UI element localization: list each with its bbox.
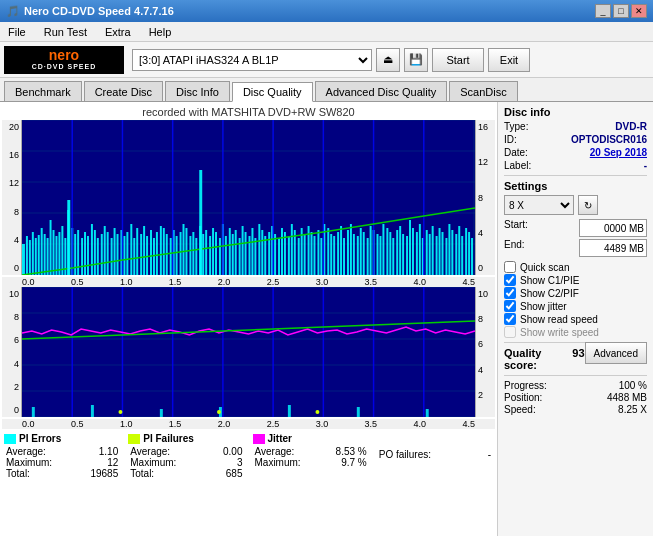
svg-rect-107 (320, 238, 322, 275)
show-jitter-checkbox[interactable] (504, 300, 516, 312)
top-chart-wrapper: 20 16 12 8 4 0 (2, 120, 495, 275)
menu-file[interactable]: File (4, 24, 30, 40)
pi-failures-max-value: 3 (237, 457, 243, 468)
svg-rect-34 (81, 238, 83, 275)
svg-rect-95 (281, 228, 283, 275)
svg-rect-144 (442, 232, 444, 275)
svg-rect-124 (377, 234, 379, 275)
svg-rect-37 (91, 224, 93, 275)
svg-rect-43 (111, 238, 113, 275)
save-button[interactable]: 💾 (404, 48, 428, 72)
quick-scan-checkbox[interactable] (504, 261, 516, 273)
svg-rect-149 (458, 226, 460, 275)
pi-errors-label: PI Errors (19, 433, 61, 444)
svg-rect-121 (367, 238, 369, 275)
app-title: Nero CD-DVD Speed 4.7.7.16 (24, 5, 174, 17)
start-mb-input[interactable] (579, 219, 647, 237)
svg-rect-150 (461, 236, 463, 275)
pi-errors-avg-value: 1.10 (99, 446, 118, 457)
tab-create-disc[interactable]: Create Disc (84, 81, 163, 101)
svg-rect-84 (245, 232, 247, 275)
svg-rect-93 (274, 234, 276, 275)
pi-errors-color (4, 434, 16, 444)
svg-rect-183 (357, 407, 360, 417)
exit-button[interactable]: Exit (488, 48, 530, 72)
title-bar: 🎵 Nero CD-DVD Speed 4.7.7.16 _ □ ✕ (0, 0, 653, 22)
show-c2-pif-checkbox[interactable] (504, 287, 516, 299)
svg-rect-137 (419, 224, 421, 275)
svg-rect-128 (389, 232, 391, 275)
pi-failures-total-row: Total: 685 (128, 468, 244, 479)
svg-rect-67 (189, 236, 191, 275)
svg-rect-19 (35, 238, 37, 275)
bottom-y-axis-right: 10 8 6 4 2 (475, 287, 495, 417)
svg-rect-129 (392, 238, 394, 275)
jitter-label: Jitter (268, 433, 292, 444)
minimize-button[interactable]: _ (595, 4, 611, 18)
tab-advanced-disc-quality[interactable]: Advanced Disc Quality (315, 81, 448, 101)
tab-disc-quality[interactable]: Disc Quality (232, 82, 313, 102)
quality-score-label: Quality score: (504, 347, 572, 371)
pi-errors-max-row: Maximum: 12 (4, 457, 120, 468)
position-row: Position: 4488 MB (504, 392, 647, 403)
svg-rect-21 (41, 228, 43, 275)
svg-rect-104 (311, 232, 313, 275)
svg-rect-45 (117, 234, 119, 275)
stats-row: PI Errors Average: 1.10 Maximum: 12 Tota… (2, 429, 495, 481)
svg-rect-139 (426, 230, 428, 275)
start-button[interactable]: Start (432, 48, 484, 72)
svg-rect-151 (465, 228, 467, 275)
end-mb-input[interactable] (579, 239, 647, 257)
refresh-button[interactable]: ↻ (578, 195, 598, 215)
svg-rect-35 (84, 232, 86, 275)
show-read-speed-label: Show read speed (520, 314, 598, 325)
svg-rect-131 (399, 226, 401, 275)
speed-select[interactable]: 8 X Max 1 X 2 X 4 X 16 X (504, 195, 574, 215)
svg-rect-133 (406, 236, 408, 275)
jitter-max-value: 9.7 % (341, 457, 367, 468)
po-failures-value: - (488, 449, 491, 460)
tab-scandisc[interactable]: ScanDisc (449, 81, 517, 101)
bottom-chart-svg (22, 287, 475, 417)
close-button[interactable]: ✕ (631, 4, 647, 18)
divider-1 (504, 175, 647, 176)
svg-rect-78 (225, 236, 227, 275)
svg-rect-113 (340, 226, 342, 275)
pi-failures-total-value: 685 (226, 468, 243, 479)
pi-errors-total-value: 19685 (90, 468, 118, 479)
disc-type-row: Type: DVD-R (504, 121, 647, 132)
tab-benchmark[interactable]: Benchmark (4, 81, 82, 101)
svg-rect-36 (87, 236, 89, 275)
disc-date-label: Date: (504, 147, 528, 158)
show-read-speed-checkbox[interactable] (504, 313, 516, 325)
menu-run-test[interactable]: Run Test (40, 24, 91, 40)
pi-failures-max-row: Maximum: 3 (128, 457, 244, 468)
speed-row: Speed: 8.25 X (504, 404, 647, 415)
menu-extra[interactable]: Extra (101, 24, 135, 40)
show-jitter-label: Show jitter (520, 301, 567, 312)
svg-rect-105 (313, 236, 315, 275)
menu-help[interactable]: Help (145, 24, 176, 40)
svg-rect-47 (123, 236, 125, 275)
bottom-chart-wrapper: 10 8 6 4 2 0 (2, 287, 495, 417)
advanced-button[interactable]: Advanced (585, 342, 647, 364)
maximize-button[interactable]: □ (613, 4, 629, 18)
show-c1-pie-checkbox[interactable] (504, 274, 516, 286)
svg-rect-25 (53, 230, 55, 275)
drive-select[interactable]: [3:0] ATAPI iHAS324 A BL1P (132, 49, 372, 71)
disc-type-label: Type: (504, 121, 528, 132)
svg-rect-24 (50, 220, 52, 275)
svg-rect-184 (426, 409, 429, 417)
show-write-speed-checkbox[interactable] (504, 326, 516, 338)
right-panel: Disc info Type: DVD-R ID: OPTODISCR016 D… (498, 102, 653, 536)
svg-rect-23 (47, 238, 49, 275)
svg-rect-69 (195, 238, 197, 275)
svg-rect-182 (288, 405, 291, 417)
pi-failures-avg-value: 0.00 (223, 446, 242, 457)
top-y-axis-left: 20 16 12 8 4 0 (2, 120, 22, 275)
speed-value: 8.25 X (618, 404, 647, 415)
svg-rect-68 (192, 232, 194, 275)
eject-button[interactable]: ⏏ (376, 48, 400, 72)
tab-disc-info[interactable]: Disc Info (165, 81, 230, 101)
top-chart-section: 20 16 12 8 4 0 (2, 120, 495, 275)
